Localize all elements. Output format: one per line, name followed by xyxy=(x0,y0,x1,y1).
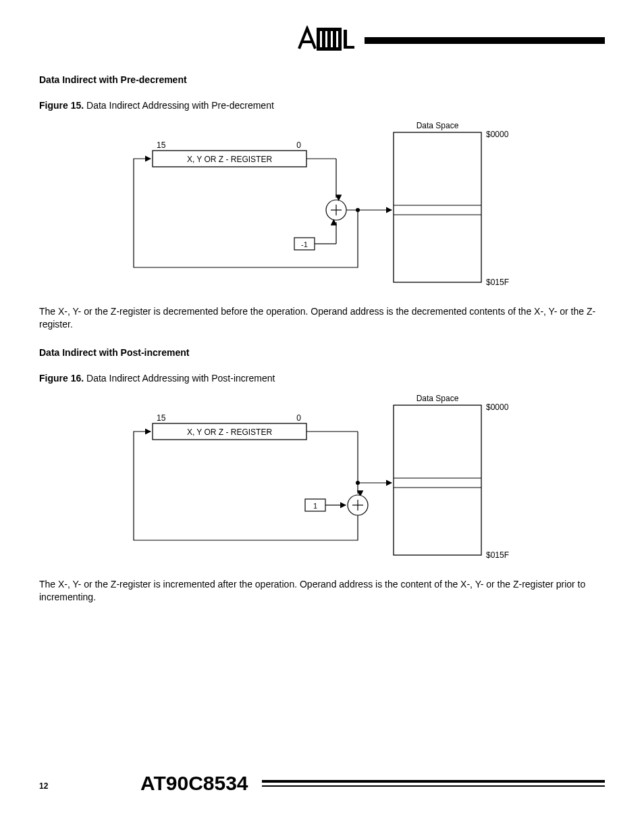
register-label: X, Y OR Z - REGISTER xyxy=(187,427,273,437)
section-heading: Data Indirect with Pre-decrement xyxy=(39,74,605,85)
svg-rect-10 xyxy=(394,132,481,282)
addr-top: $0000 xyxy=(486,402,509,412)
figure-title: Data Indirect Addressing with Post-incre… xyxy=(86,373,275,384)
page-number: 12 xyxy=(39,781,48,791)
data-space-label: Data Space xyxy=(417,121,459,130)
figure-label: Figure 16. xyxy=(39,373,84,384)
bit-hi: 15 xyxy=(157,413,166,423)
figure-label: Figure 15. xyxy=(39,100,84,111)
footer-rules xyxy=(262,780,605,788)
svg-rect-8 xyxy=(344,30,347,49)
svg-rect-5 xyxy=(338,30,342,49)
figure-15-diagram: Data Space $0000 $015F 15 0 X, Y OR Z - … xyxy=(39,119,605,293)
svg-rect-6 xyxy=(317,28,342,31)
page: Data Indirect with Pre-decrement Figure … xyxy=(0,0,644,834)
section-heading: Data Indirect with Post-increment xyxy=(39,347,605,358)
const-box: -1 xyxy=(301,240,308,249)
header-rule xyxy=(365,37,605,44)
figure-16-diagram: Data Space $0000 $015F 15 0 X, Y OR Z - … xyxy=(39,392,605,566)
atmel-logo-icon xyxy=(294,26,358,53)
svg-rect-4 xyxy=(333,30,336,49)
figure-title: Data Indirect Addressing with Pre-decrem… xyxy=(86,100,274,111)
svg-rect-24 xyxy=(394,405,481,555)
svg-rect-9 xyxy=(344,46,354,49)
figure-caption: Figure 16. Data Indirect Addressing with… xyxy=(39,373,605,384)
figure-16-paragraph: The X-, Y- or the Z-register is incremen… xyxy=(39,578,605,604)
page-content: Data Indirect with Pre-decrement Figure … xyxy=(39,74,605,620)
svg-rect-3 xyxy=(327,30,331,49)
bit-lo: 0 xyxy=(296,413,301,423)
page-header xyxy=(0,26,644,53)
register-label: X, Y OR Z - REGISTER xyxy=(187,155,273,164)
const-box: 1 xyxy=(313,502,317,510)
document-title: AT90C8534 xyxy=(140,772,248,795)
page-footer: 12 AT90C8534 xyxy=(39,773,605,795)
bit-lo: 0 xyxy=(296,140,301,150)
figure-caption: Figure 15. Data Indirect Addressing with… xyxy=(39,100,605,111)
addr-top: $0000 xyxy=(486,130,509,139)
svg-rect-7 xyxy=(317,47,342,51)
addr-bottom: $015F xyxy=(486,550,509,560)
svg-rect-2 xyxy=(322,30,325,49)
figure-15-paragraph: The X-, Y- or the Z-register is decremen… xyxy=(39,305,605,331)
addr-bottom: $015F xyxy=(486,278,509,287)
bit-hi: 15 xyxy=(157,140,166,150)
svg-rect-1 xyxy=(317,30,320,49)
data-space-label: Data Space xyxy=(417,394,459,403)
